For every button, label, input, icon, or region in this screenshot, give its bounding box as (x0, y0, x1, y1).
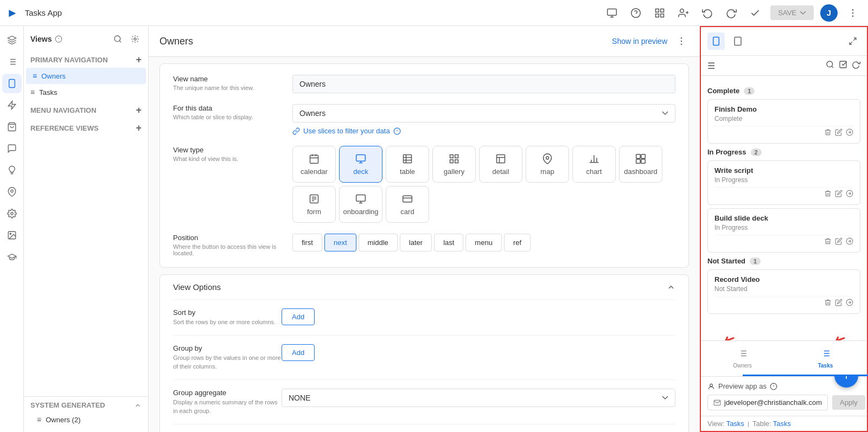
position-middle[interactable]: middle (359, 234, 398, 252)
go-finish-demo[interactable] (846, 128, 853, 138)
position-first[interactable]: first (292, 234, 322, 252)
table-name-link[interactable]: Tasks (773, 420, 791, 428)
group-by-label: Group by (173, 344, 282, 352)
group-by-add-button[interactable]: Add (282, 344, 315, 361)
nav-tasks[interactable]: Tasks (784, 345, 867, 372)
svg-line-85 (832, 66, 833, 68)
view-type-grid: calendar deck table gallery (292, 146, 675, 223)
table-label: table (400, 167, 415, 176)
position-later[interactable]: later (400, 234, 432, 252)
expand-preview-button[interactable] (845, 34, 860, 49)
task-card-build-slide: Build slide deck In Progress (707, 208, 860, 253)
preview-toolbar: ☰ (701, 56, 867, 76)
preview-top-bar (701, 27, 867, 56)
write-script-title: Write script (714, 166, 853, 175)
delete-build-slide[interactable] (824, 237, 832, 247)
view-type-onboarding[interactable]: onboarding (339, 186, 382, 223)
svg-rect-75 (356, 195, 366, 201)
icon-bar-list[interactable] (2, 52, 22, 72)
view-type-calendar[interactable]: calendar (292, 146, 336, 183)
redo-icon[interactable] (723, 4, 740, 22)
icon-bar-mobile[interactable] (2, 74, 22, 93)
view-type-table[interactable]: table (386, 146, 429, 183)
sidebar-item-tasks[interactable]: ≡ Tasks (24, 84, 148, 100)
show-in-preview-button[interactable]: Show in preview (612, 37, 667, 46)
nav-owners[interactable]: Owners (701, 345, 784, 372)
svg-rect-48 (356, 154, 366, 161)
grid-icon[interactable] (651, 4, 668, 22)
position-last[interactable]: last (434, 234, 463, 252)
main-layout: Views PRIMARY NAVIGATION + ≡ Owners ≡ Ta… (0, 26, 868, 432)
icon-bar-settings[interactable] (2, 204, 22, 223)
add-menu-nav[interactable]: + (136, 105, 142, 116)
edit-write-script[interactable] (835, 190, 843, 199)
apply-button[interactable]: Apply (832, 395, 865, 410)
task-card-record-video: Record Video Not Started (707, 269, 860, 314)
edit-finish-demo[interactable] (835, 128, 843, 138)
icon-bar-chat[interactable] (2, 139, 22, 158)
view-type-dashboard[interactable]: dashboard (619, 146, 662, 183)
system-generated-label: SYSTEM GENERATED (30, 401, 105, 409)
more-options-button[interactable] (674, 34, 689, 49)
go-record-video[interactable] (846, 299, 853, 308)
position-menu[interactable]: menu (465, 234, 502, 252)
icon-bar-shop[interactable] (2, 117, 22, 137)
add-reference-views[interactable]: + (136, 122, 142, 134)
slice-info-icon (393, 127, 401, 135)
sort-by-add-button[interactable]: Add (282, 308, 315, 325)
go-write-script[interactable] (846, 190, 853, 199)
view-name-link[interactable]: Tasks (726, 420, 744, 428)
chevron-up-icon (667, 283, 675, 292)
owners-nav-icon (738, 349, 748, 360)
toolbar-check-icon[interactable] (839, 60, 847, 71)
slice-link[interactable]: Use slices to filter your data (292, 127, 675, 135)
view-type-gallery[interactable]: gallery (432, 146, 476, 183)
view-name-input[interactable] (292, 75, 675, 93)
more-vert-icon[interactable] (844, 4, 861, 22)
svg-rect-55 (450, 154, 454, 158)
go-build-slide[interactable] (846, 237, 853, 247)
sidebar-item-system-owners[interactable]: ≡ Owners (2) (30, 411, 142, 428)
icon-bar-image[interactable] (2, 225, 22, 245)
view-options-header[interactable]: View Options (160, 275, 688, 299)
save-button[interactable]: SAVE (770, 5, 814, 20)
undo-icon[interactable] (699, 4, 716, 22)
view-type-form[interactable]: form (292, 186, 336, 223)
delete-write-script[interactable] (824, 190, 832, 199)
reference-views-label: REFERENCE VIEWS (30, 124, 99, 132)
check-icon[interactable] (746, 4, 764, 22)
group-aggregate-select[interactable]: NONE (282, 389, 675, 407)
for-this-data-select[interactable]: Owners (292, 104, 675, 122)
delete-record-video[interactable] (824, 299, 832, 308)
view-type-card[interactable]: card (386, 186, 429, 223)
view-type-map[interactable]: map (526, 146, 569, 183)
add-primary-nav[interactable]: + (136, 54, 142, 66)
avatar[interactable]: J (820, 4, 838, 22)
mobile-device-button[interactable] (707, 33, 725, 50)
help-icon[interactable] (627, 4, 644, 22)
tablet-device-button[interactable] (729, 33, 746, 50)
sidebar-item-owners[interactable]: ≡ Owners (26, 68, 146, 84)
settings-icon[interactable] (129, 33, 142, 46)
edit-record-video[interactable] (835, 299, 843, 308)
toolbar-menu-icon[interactable]: ☰ (707, 61, 715, 71)
icon-bar-graduation[interactable] (2, 247, 22, 267)
view-type-chart[interactable]: chart (572, 146, 616, 183)
info-icon (55, 35, 62, 43)
icon-bar-bolt[interactable] (2, 95, 22, 115)
position-ref[interactable]: ref (504, 234, 531, 252)
monitor-icon[interactable] (603, 4, 621, 22)
toolbar-search-icon[interactable] (826, 60, 834, 71)
delete-finish-demo[interactable] (824, 128, 832, 138)
toolbar-refresh-icon[interactable] (852, 60, 860, 71)
position-next[interactable]: next (324, 234, 356, 252)
view-type-deck[interactable]: deck (339, 146, 382, 183)
edit-build-slide[interactable] (835, 237, 843, 247)
search-icon[interactable] (111, 33, 124, 46)
person-add-icon[interactable] (675, 4, 692, 22)
icon-bar-location[interactable] (2, 182, 22, 202)
view-type-detail[interactable]: detail (479, 146, 522, 183)
svg-point-107 (710, 384, 713, 386)
icon-bar-layers[interactable] (2, 30, 22, 50)
icon-bar-bulb[interactable] (2, 160, 22, 180)
